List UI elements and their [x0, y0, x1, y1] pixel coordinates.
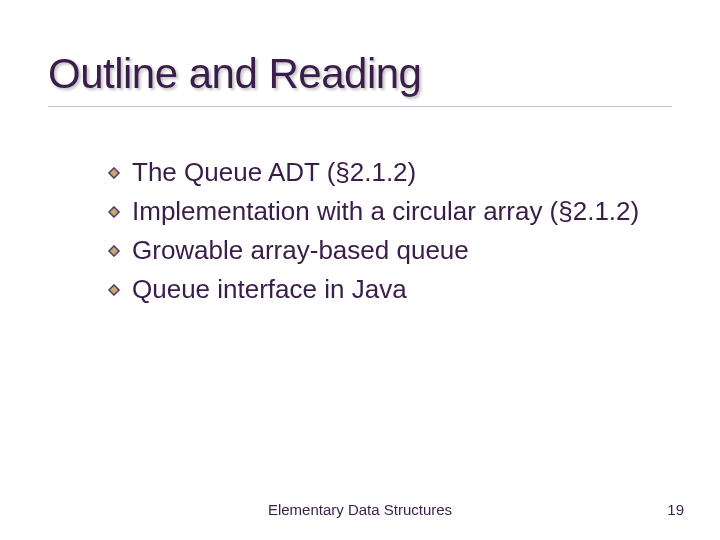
diamond-bullet-icon — [106, 282, 122, 298]
page-title: Outline and Reading — [48, 50, 672, 107]
bullet-text: Implementation with a circular array (§2… — [132, 194, 639, 229]
list-item: The Queue ADT (§2.1.2) — [106, 155, 652, 190]
footer-text: Elementary Data Structures — [0, 501, 720, 518]
diamond-bullet-icon — [106, 243, 122, 259]
bullet-text: Queue interface in Java — [132, 272, 407, 307]
bullet-text: The Queue ADT (§2.1.2) — [132, 155, 416, 190]
diamond-bullet-icon — [106, 204, 122, 220]
diamond-bullet-icon — [106, 165, 122, 181]
list-item: Growable array-based queue — [106, 233, 652, 268]
bullet-text: Growable array-based queue — [132, 233, 469, 268]
list-item: Queue interface in Java — [106, 272, 652, 307]
list-item: Implementation with a circular array (§2… — [106, 194, 652, 229]
page-number: 19 — [667, 501, 684, 518]
slide: Outline and Reading The Queue ADT (§2.1.… — [0, 0, 720, 540]
bullet-list: The Queue ADT (§2.1.2) Implementation wi… — [48, 155, 672, 307]
